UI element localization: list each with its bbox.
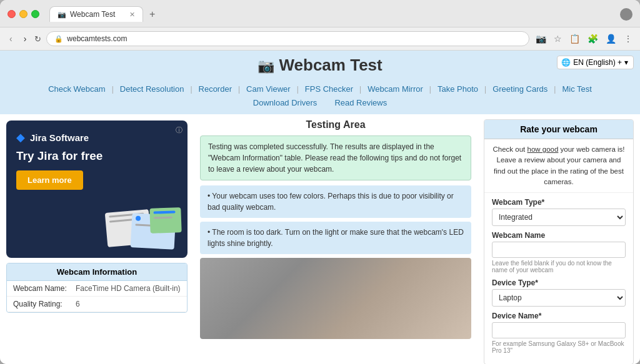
rate-desc-underline: how good	[528, 145, 559, 153]
webcam-name-input[interactable]	[492, 242, 626, 258]
back-button[interactable]: ‹	[6, 32, 16, 46]
nav-read-reviews[interactable]: Read Reviews	[331, 97, 391, 108]
new-tab-button[interactable]: +	[146, 7, 159, 21]
url-text: webcamtests.com	[67, 34, 127, 43]
lang-text: EN (English) +	[573, 58, 622, 67]
ad-panel: ⓘ ◆ Jira Software Try Jira for free Lear…	[0, 114, 194, 364]
nav-download-drivers[interactable]: Download Drivers	[249, 97, 321, 108]
tab-favicon: 📷	[58, 11, 66, 19]
webcam-name-value: FaceTime HD Camera (Built-in)	[76, 284, 181, 293]
jira-learn-more-button[interactable]: Learn more	[16, 170, 83, 190]
device-name-input[interactable]	[492, 322, 626, 338]
webcam-info-table: Webcam Information Webcam Name: FaceTime…	[6, 263, 188, 313]
clipboard-icon[interactable]: 📋	[568, 32, 581, 45]
rate-form: Webcam Type* Integrated External USB IP …	[484, 193, 633, 364]
webcam-type-select[interactable]: Integrated External USB IP Camera	[492, 209, 626, 226]
jira-tagline: Try Jira for free	[16, 149, 178, 163]
refresh-button[interactable]: ↻	[34, 34, 41, 44]
nav-mic-test[interactable]: Mic Test	[558, 84, 595, 95]
webcam-name-label: Webcam Name	[492, 231, 626, 240]
site-title: 📷 Webcam Test	[258, 56, 382, 75]
jira-diamond-icon: ◆	[16, 130, 25, 144]
chevron-down-icon: ▾	[624, 58, 628, 67]
address-bar[interactable]: 🔒 webcamtests.com	[46, 31, 529, 46]
tab-close-button[interactable]: ✕	[129, 11, 135, 19]
webcam-name-hint: Leave the field blank if you do not know…	[492, 260, 626, 273]
warning-message-1: • Your webcam uses too few colors. Perha…	[200, 185, 471, 218]
nav-check-webcam[interactable]: Check Webcam	[44, 84, 109, 95]
nav-fps-checker[interactable]: FPS Checker	[301, 84, 357, 95]
active-tab[interactable]: 📷 Webcam Test ✕	[49, 6, 143, 22]
webcam-name-row: Webcam Name: FaceTime HD Camera (Built-i…	[7, 281, 187, 297]
testing-area-title: Testing Area	[200, 119, 471, 130]
profile-icon[interactable]: 👤	[604, 32, 618, 45]
jira-ad: ⓘ ◆ Jira Software Try Jira for free Lear…	[6, 121, 188, 258]
browser-toolbar: ‹ › ↻ 🔒 webcamtests.com 📷 ☆ 📋 🧩 👤 ⋮	[0, 27, 640, 51]
quality-rating-row: Quality Rating: 6	[7, 297, 187, 312]
site-logo: 📷	[258, 58, 274, 74]
browser-settings-icon	[620, 8, 632, 21]
primary-nav: Check Webcam | Detect Resolution | Recor…	[0, 82, 640, 96]
webcam-name-label: Webcam Name:	[13, 284, 76, 293]
bookmark-icon[interactable]: ☆	[552, 32, 563, 45]
nav-webcam-mirror[interactable]: Webcam Mirror	[364, 84, 427, 95]
nav-recorder[interactable]: Recorder	[195, 84, 236, 95]
forward-button[interactable]: ›	[21, 32, 30, 46]
quality-rating-value: 6	[76, 300, 80, 308]
extensions-icon[interactable]: 🧩	[586, 32, 599, 45]
traffic-lights	[8, 10, 39, 18]
secondary-nav: Download Drivers Read Reviews	[0, 96, 640, 111]
page-content: 📷 Webcam Test 🌐 EN (English) + ▾ Check W…	[0, 51, 640, 364]
close-button[interactable]	[8, 10, 16, 18]
lock-icon: 🔒	[54, 35, 63, 43]
jira-card-3	[149, 207, 181, 234]
tab-bar: 📷 Webcam Test ✕ +	[49, 6, 615, 22]
language-selector[interactable]: 🌐 EN (English) + ▾	[557, 56, 634, 69]
more-menu-icon[interactable]: ⋮	[622, 32, 634, 45]
webcam-info-title: Webcam Information	[7, 263, 187, 281]
rate-desc-part1: Check out	[493, 145, 528, 153]
site-header: 📷 Webcam Test 🌐 EN (English) + ▾ Check W…	[0, 51, 640, 114]
nav-detect-resolution[interactable]: Detect Resolution	[116, 84, 188, 95]
nav-take-photo[interactable]: Take Photo	[434, 84, 482, 95]
minimize-button[interactable]	[19, 10, 28, 18]
device-name-label: Device Name*	[492, 312, 626, 320]
nav-greeting-cards[interactable]: Greeting Cards	[489, 84, 551, 95]
webcam-type-label: Webcam Type*	[492, 198, 626, 207]
right-panel: Rate your webcam Check out how good your…	[478, 114, 640, 364]
nav-cam-viewer[interactable]: Cam Viewer	[242, 84, 294, 95]
rate-webcam-box: Rate your webcam Check out how good your…	[484, 119, 634, 364]
webcam-preview	[200, 258, 471, 339]
camera-toolbar-icon[interactable]: 📷	[534, 32, 548, 45]
rate-title: Rate your webcam	[484, 120, 633, 139]
maximize-button[interactable]	[31, 10, 39, 18]
center-panel: Testing Area Testing was completed succe…	[194, 114, 478, 364]
tab-title-text: Webcam Test	[70, 10, 126, 19]
jira-logo: ◆ Jira Software	[16, 130, 178, 144]
rate-description: Check out how good your web camera is! L…	[484, 139, 633, 193]
warning-message-2: • The room is too dark. Turn on the ligh…	[200, 222, 471, 254]
flag-icon: 🌐	[561, 58, 571, 67]
quality-rating-label: Quality Rating:	[13, 300, 76, 308]
ad-info-icon[interactable]: ⓘ	[176, 125, 182, 135]
device-type-select[interactable]: Laptop Desktop Tablet Phone	[492, 289, 626, 307]
jira-logo-text: Jira Software	[30, 132, 89, 143]
webcam-preview-image	[200, 258, 471, 339]
device-type-label: Device Type*	[492, 278, 626, 287]
success-message: Testing was completed successfully. The …	[200, 135, 471, 180]
device-name-hint: For example Samsung Galaxy S8+ or MacBoo…	[492, 340, 626, 354]
main-body: ⓘ ◆ Jira Software Try Jira for free Lear…	[0, 114, 640, 364]
